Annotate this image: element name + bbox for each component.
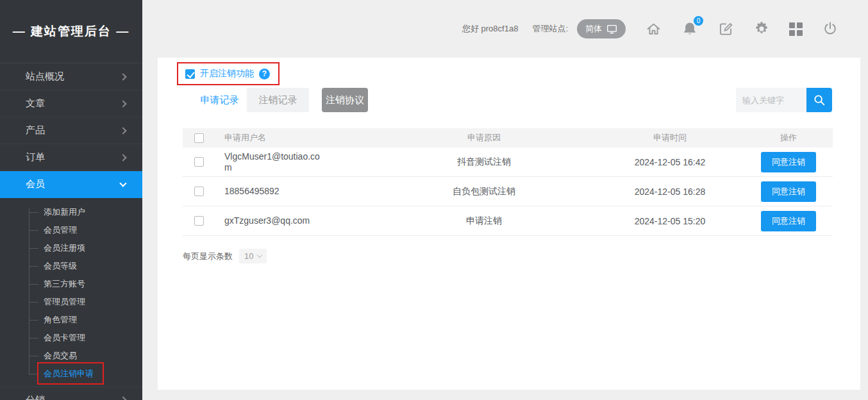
sidebar-subitem-member-card-management[interactable]: 会员卡管理 bbox=[0, 329, 142, 347]
sidebar-item-articles[interactable]: 文章 bbox=[0, 90, 142, 117]
cell-time: 2024-12-05 16:28 bbox=[593, 187, 747, 197]
cell-username: VlgcMuser1@toutiao.com bbox=[224, 151, 327, 173]
language-pill-label: 简体 bbox=[585, 23, 602, 35]
edit-icon bbox=[717, 21, 734, 37]
agree-cancel-button[interactable]: 同意注销 bbox=[761, 152, 816, 172]
enable-cancellation-label: 开启注销功能 bbox=[200, 68, 254, 79]
chevron-right-icon bbox=[119, 100, 126, 107]
home-icon bbox=[645, 21, 662, 38]
sidebar-item-site-overview[interactable]: 站点概况 bbox=[0, 63, 142, 90]
chevron-down-icon bbox=[257, 253, 262, 258]
table-header-reason: 申请原因 bbox=[375, 132, 593, 144]
requests-table: 申请用户名 申请原因 申请时间 操作 VlgcMuser1@toutiao.co… bbox=[183, 128, 833, 236]
cell-reason: 申请注销 bbox=[375, 215, 593, 227]
per-page-select[interactable]: 10 bbox=[239, 249, 267, 263]
notifications-button[interactable]: 0 bbox=[681, 21, 698, 37]
per-page-label: 每页显示条数 bbox=[183, 251, 233, 262]
chevron-down-icon bbox=[119, 179, 126, 187]
sidebar-subitem-role-management[interactable]: 角色管理 bbox=[0, 311, 142, 329]
greeting-text: 您好 pro8cf1a8 bbox=[462, 23, 518, 35]
search-bar bbox=[736, 88, 832, 112]
sidebar-item-label: 分销 bbox=[26, 394, 45, 400]
search-input[interactable] bbox=[736, 88, 806, 112]
sidebar-subitem-label: 会员注销申请 bbox=[44, 369, 94, 378]
table-row: VlgcMuser1@toutiao.com 抖音测试注销 2024-12-05… bbox=[183, 147, 833, 177]
table-header-action: 操作 bbox=[747, 132, 830, 144]
sidebar-subitem-member-management[interactable]: 会员管理 bbox=[0, 221, 142, 239]
select-all-checkbox[interactable] bbox=[194, 133, 204, 143]
manage-site-label: 管理站点: bbox=[532, 23, 568, 35]
sidebar-subitem-third-party-accounts[interactable]: 第三方账号 bbox=[0, 275, 142, 293]
pagination-bar: 每页显示条数 10 bbox=[183, 249, 267, 263]
sidebar-subitem-add-user[interactable]: 添加新用户 bbox=[0, 203, 142, 221]
sidebar-item-label: 产品 bbox=[26, 124, 45, 137]
annotation-box-enable: 开启注销功能 ? bbox=[177, 62, 280, 85]
top-header: 您好 pro8cf1a8 管理站点: 简体 0 bbox=[142, 0, 868, 58]
table-header-username: 申请用户名 bbox=[215, 132, 375, 144]
agree-cancel-button[interactable]: 同意注销 bbox=[761, 211, 816, 231]
monitor-icon bbox=[606, 24, 617, 35]
chevron-right-icon bbox=[119, 127, 126, 134]
search-button[interactable] bbox=[806, 88, 832, 112]
apps-button[interactable] bbox=[789, 22, 803, 36]
grid-icon bbox=[789, 22, 803, 36]
tab-cancellation-agreement[interactable]: 注销协议 bbox=[322, 88, 368, 112]
sidebar-subitem-member-levels[interactable]: 会员等级 bbox=[0, 257, 142, 275]
row-checkbox[interactable] bbox=[194, 187, 204, 196]
enable-cancellation-checkbox[interactable] bbox=[185, 69, 195, 79]
row-checkbox[interactable] bbox=[194, 157, 204, 167]
sidebar-item-label: 站点概况 bbox=[26, 71, 64, 83]
agree-cancel-button[interactable]: 同意注销 bbox=[761, 181, 816, 202]
cell-time: 2024-12-05 15:20 bbox=[593, 216, 747, 226]
sidebar: — 建站管理后台 — 站点概况 文章 产品 订单 会员 添加新用户 会员管理 会… bbox=[0, 0, 142, 400]
logout-button[interactable] bbox=[822, 21, 839, 37]
table-row: gxTzguser3@qq.com 申请注销 2024-12-05 15:20 … bbox=[183, 206, 833, 236]
main-content-card: 开启注销功能 ? 申请记录 注销记录 注销协议 申请用户名 申请原因 申请时间 … bbox=[158, 58, 860, 390]
sidebar-subitem-member-registration-fields[interactable]: 会员注册项 bbox=[0, 239, 142, 257]
cell-reason: 自负包测试注销 bbox=[375, 186, 593, 197]
sidebar-item-label: 会员 bbox=[26, 178, 45, 190]
sidebar-item-orders[interactable]: 订单 bbox=[0, 144, 142, 171]
sidebar-item-members[interactable]: 会员 bbox=[0, 171, 142, 198]
cell-username: gxTzguser3@qq.com bbox=[224, 215, 327, 226]
settings-button[interactable] bbox=[753, 21, 770, 37]
sidebar-item-products[interactable]: 产品 bbox=[0, 117, 142, 144]
sidebar-item-label: 订单 bbox=[26, 151, 45, 163]
language-pill-button[interactable]: 简体 bbox=[577, 19, 626, 38]
sidebar-item-distribution[interactable]: 分销 bbox=[0, 387, 142, 400]
per-page-value: 10 bbox=[244, 251, 253, 261]
edit-button[interactable] bbox=[717, 21, 734, 37]
sidebar-item-label: 文章 bbox=[26, 97, 45, 110]
table-header-row: 申请用户名 申请原因 申请时间 操作 bbox=[183, 128, 833, 147]
chevron-right-icon bbox=[119, 73, 126, 80]
table-row: 18856495892 自负包测试注销 2024-12-05 16:28 同意注… bbox=[183, 177, 833, 206]
row-checkbox[interactable] bbox=[194, 216, 204, 226]
cell-time: 2024-12-05 16:42 bbox=[593, 157, 747, 167]
tab-application-records[interactable]: 申请记录 bbox=[192, 88, 247, 112]
tab-cancellation-records[interactable]: 注销记录 bbox=[247, 88, 309, 112]
search-icon bbox=[812, 93, 826, 107]
cell-username: 18856495892 bbox=[224, 186, 327, 197]
chevron-right-icon bbox=[119, 396, 126, 400]
members-submenu: 添加新用户 会员管理 会员注册项 会员等级 第三方账号 管理员管理 角色管理 会… bbox=[0, 198, 142, 387]
sidebar-subitem-admin-management[interactable]: 管理员管理 bbox=[0, 293, 142, 311]
table-header-time: 申请时间 bbox=[593, 132, 747, 144]
tab-bar: 申请记录 注销记录 注销协议 bbox=[192, 88, 368, 112]
gear-icon bbox=[753, 21, 770, 37]
app-title: — 建站管理后台 — bbox=[0, 0, 142, 63]
home-button[interactable] bbox=[645, 21, 662, 38]
help-icon[interactable]: ? bbox=[259, 69, 270, 79]
power-icon bbox=[822, 21, 839, 37]
sidebar-subitem-member-cancellation-requests[interactable]: 会员注销申请 bbox=[0, 365, 142, 383]
notification-badge: 0 bbox=[694, 16, 703, 26]
cell-reason: 抖音测试注销 bbox=[375, 156, 593, 168]
chevron-right-icon bbox=[119, 154, 126, 161]
sidebar-subitem-member-transactions[interactable]: 会员交易 bbox=[0, 347, 142, 365]
